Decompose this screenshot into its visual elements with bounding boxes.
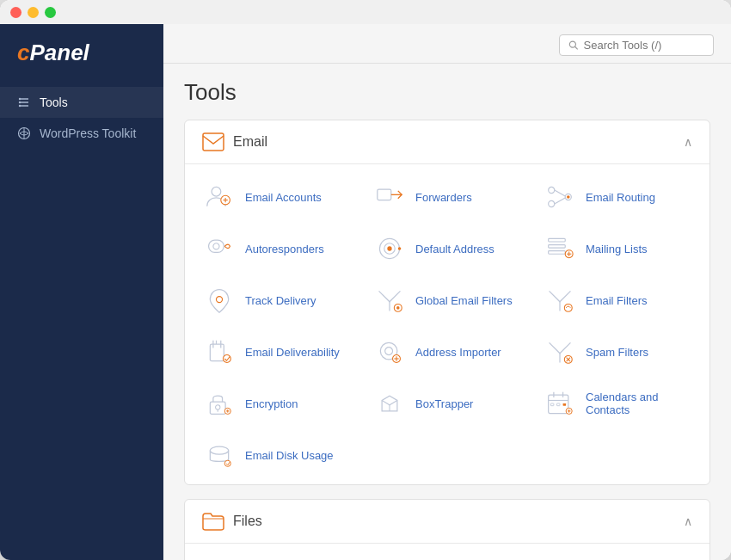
svg-rect-10 xyxy=(203,133,224,151)
svg-rect-15 xyxy=(378,189,391,200)
tool-email-disk-usage[interactable]: Email Disk Usage xyxy=(192,429,362,481)
search-icon xyxy=(568,40,579,51)
tool-global-email-filters[interactable]: Global Email Filters xyxy=(362,274,532,326)
svg-rect-30 xyxy=(549,251,566,255)
email-deliverability-icon xyxy=(204,336,235,367)
track-delivery-label: Track Delivery xyxy=(245,294,316,307)
close-button[interactable] xyxy=(10,7,22,18)
email-accounts-icon xyxy=(204,182,235,212)
tool-calendars-contacts[interactable]: Calendars and Contacts xyxy=(532,378,703,429)
tool-email-accounts[interactable]: Email Accounts xyxy=(192,171,362,223)
svg-line-19 xyxy=(555,190,565,196)
maximize-button[interactable] xyxy=(45,7,56,18)
spam-filters-icon xyxy=(544,336,575,367)
svg-point-17 xyxy=(549,200,555,206)
svg-rect-51 xyxy=(210,402,225,414)
svg-rect-64 xyxy=(563,403,567,406)
titlebar xyxy=(0,0,731,24)
autoresponders-icon xyxy=(204,233,235,264)
email-accounts-label: Email Accounts xyxy=(245,191,322,204)
svg-point-21 xyxy=(567,195,570,199)
svg-point-27 xyxy=(398,247,402,250)
files-section-icon xyxy=(202,512,224,531)
email-filters-icon xyxy=(544,285,575,316)
address-importer-label: Address Importer xyxy=(415,346,501,359)
tool-default-address[interactable]: Default Address xyxy=(362,223,532,274)
files-tools-grid: File Manager xyxy=(185,544,710,560)
tool-forwarders[interactable]: Forwarders xyxy=(362,171,532,223)
files-section-header-left: Files xyxy=(202,512,262,531)
svg-rect-28 xyxy=(549,238,566,242)
svg-point-16 xyxy=(549,187,555,193)
main-header xyxy=(163,24,731,64)
search-box[interactable] xyxy=(559,34,714,56)
svg-point-5 xyxy=(19,105,21,107)
tool-address-importer[interactable]: Address Importer xyxy=(362,326,532,378)
files-section: Files ∧ F xyxy=(184,499,710,560)
tool-autoresponders[interactable]: Autoresponders xyxy=(192,223,362,274)
default-address-label: Default Address xyxy=(415,243,494,255)
autoresponders-label: Autoresponders xyxy=(245,243,324,255)
tool-email-routing[interactable]: Email Routing xyxy=(532,171,703,223)
calendars-contacts-icon xyxy=(544,388,575,419)
main-content: Tools Email ∧ xyxy=(163,64,731,560)
tool-encryption[interactable]: Encryption xyxy=(192,378,362,429)
svg-point-39 xyxy=(564,304,572,311)
app-window: cPanel Tools xyxy=(0,0,731,560)
tool-file-manager[interactable]: File Manager xyxy=(192,551,362,560)
svg-point-34 xyxy=(216,297,222,303)
files-section-title: Files xyxy=(233,514,262,529)
email-section: Email ∧ xyxy=(184,120,710,485)
tool-track-delivery[interactable]: Track Delivery xyxy=(192,274,362,326)
sidebar-logo: cPanel xyxy=(0,40,163,87)
email-routing-icon xyxy=(544,182,575,212)
calendars-contacts-label: Calendars and Contacts xyxy=(586,391,691,416)
svg-point-52 xyxy=(216,405,220,409)
svg-point-11 xyxy=(212,187,221,196)
svg-point-69 xyxy=(224,460,230,466)
tools-icon xyxy=(17,95,31,109)
email-section-title: Email xyxy=(233,134,267,150)
sidebar-item-tools[interactable]: Tools xyxy=(0,87,163,118)
tool-images[interactable]: Images xyxy=(362,551,532,560)
tool-boxtrapper[interactable]: BoxTrapper xyxy=(362,378,532,429)
tool-mailing-lists[interactable]: Mailing Lists xyxy=(532,223,703,274)
search-input[interactable] xyxy=(584,39,704,52)
files-chevron-icon: ∧ xyxy=(684,514,692,528)
tool-directory-privacy[interactable]: Directory Privacy xyxy=(532,551,703,560)
email-section-header-left: Email xyxy=(202,132,267,151)
email-filters-label: Email Filters xyxy=(586,294,648,307)
email-disk-usage-label: Email Disk Usage xyxy=(245,449,334,462)
svg-point-68 xyxy=(210,446,228,454)
global-email-filters-label: Global Email Filters xyxy=(415,294,513,307)
sidebar-item-wordpress[interactable]: WordPress Toolkit xyxy=(0,118,163,149)
page-title: Tools xyxy=(184,79,710,106)
tool-email-deliverability[interactable]: Email Deliverability xyxy=(192,326,362,378)
mailing-lists-icon xyxy=(544,233,575,264)
sidebar-tools-label: Tools xyxy=(40,95,68,109)
mailing-lists-label: Mailing Lists xyxy=(586,243,648,255)
global-email-filters-icon xyxy=(374,285,405,316)
svg-point-3 xyxy=(19,98,21,100)
sidebar-wordpress-label: WordPress Toolkit xyxy=(40,126,136,140)
tool-email-filters[interactable]: Email Filters xyxy=(532,274,703,326)
wordpress-icon xyxy=(17,126,31,140)
cpanel-logo: cPanel xyxy=(17,40,89,65)
email-routing-label: Email Routing xyxy=(586,191,655,204)
svg-point-8 xyxy=(569,41,575,47)
files-section-header[interactable]: Files ∧ xyxy=(185,500,710,544)
svg-rect-22 xyxy=(209,240,224,252)
email-section-header[interactable]: Email ∧ xyxy=(185,120,710,164)
svg-line-20 xyxy=(555,198,565,204)
boxtrapper-icon xyxy=(374,388,405,419)
email-disk-usage-icon xyxy=(204,440,235,471)
tool-spam-filters[interactable]: Spam Filters xyxy=(532,326,703,378)
svg-point-4 xyxy=(19,102,21,103)
sidebar: cPanel Tools xyxy=(0,24,163,560)
minimize-button[interactable] xyxy=(28,7,39,18)
svg-point-26 xyxy=(387,246,391,250)
svg-point-37 xyxy=(396,306,400,310)
email-tools-grid: Email Accounts Forwarders xyxy=(185,164,710,484)
email-deliverability-label: Email Deliverability xyxy=(245,346,340,359)
app-body: cPanel Tools xyxy=(0,24,731,560)
